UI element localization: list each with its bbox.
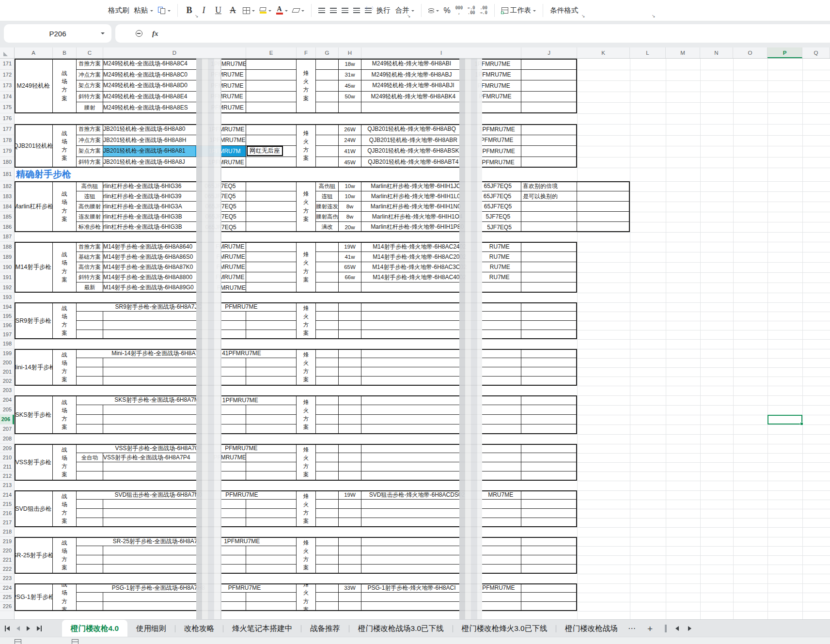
- cell-price[interactable]: [339, 546, 361, 555]
- cell-note[interactable]: [521, 349, 577, 358]
- weapon-name-cell[interactable]: VSS射手步枪: [15, 444, 53, 481]
- cell-fire-code[interactable]: [361, 565, 521, 574]
- cell-price[interactable]: [339, 377, 361, 386]
- row-header-201[interactable]: 201: [0, 367, 14, 377]
- cell-fire-label[interactable]: [316, 471, 339, 481]
- cell-empty[interactable]: [246, 377, 297, 386]
- cell-price[interactable]: [339, 593, 361, 602]
- cell-price[interactable]: [339, 349, 361, 358]
- row-header-191[interactable]: 191: [0, 272, 14, 283]
- cell-price[interactable]: 65W: [339, 262, 361, 272]
- dialog-launcher-icon[interactable]: ↘: [407, 14, 411, 18]
- cell-note[interactable]: [521, 395, 577, 405]
- battle-plan-label-cell[interactable]: 战 场 方 案: [53, 490, 77, 527]
- cell-fire-code[interactable]: M249轻机枪-烽火地带-6H8ABI1PFMRU7ME: [361, 59, 521, 70]
- row-header-180[interactable]: 180: [0, 157, 14, 168]
- cell-note[interactable]: [521, 415, 577, 424]
- battle-plan-label-cell[interactable]: 战 场 方 案: [53, 395, 77, 434]
- cell-plan-label[interactable]: 高倍方案: [77, 262, 103, 272]
- cell-price[interactable]: [339, 321, 361, 330]
- fire-plan-label-cell[interactable]: 烽 火 方 案: [297, 395, 316, 434]
- cell-note[interactable]: [521, 518, 577, 527]
- cell-fire-label[interactable]: [316, 602, 339, 611]
- fire-plan-label-cell[interactable]: 烽 火 方 案: [297, 59, 316, 113]
- cell-plan-label[interactable]: [77, 415, 103, 424]
- cell-price[interactable]: [339, 330, 361, 339]
- column-header-H[interactable]: H: [339, 47, 361, 58]
- cell-empty[interactable]: [246, 415, 297, 424]
- cell-empty[interactable]: [246, 330, 297, 339]
- column-header-Q[interactable]: Q: [802, 47, 830, 58]
- row-header-207[interactable]: 207: [0, 424, 14, 434]
- cell-build-code[interactable]: [103, 424, 246, 434]
- cell-note[interactable]: [521, 302, 577, 312]
- cell-build-code[interactable]: [103, 593, 246, 602]
- cell-price[interactable]: 20w: [339, 222, 361, 232]
- cell-build-code[interactable]: [103, 415, 246, 424]
- fill-color-button[interactable]: [257, 5, 274, 16]
- indent-button[interactable]: 〈〉: [362, 6, 374, 15]
- column-header-D[interactable]: D: [103, 47, 246, 58]
- cell-fire-label[interactable]: [316, 124, 339, 135]
- cell-fire-label[interactable]: [316, 349, 339, 358]
- column-header-E[interactable]: E: [246, 47, 297, 58]
- cell-empty[interactable]: [246, 92, 297, 103]
- sheet-tab-6[interactable]: 橙门楼改枪战场3.0已下线: [349, 620, 453, 637]
- cell-plan-label[interactable]: [77, 509, 103, 518]
- cell-price[interactable]: 45W: [339, 157, 361, 168]
- cell-note[interactable]: [521, 444, 577, 453]
- row-header-177[interactable]: 177: [0, 124, 14, 135]
- cell-plan-label[interactable]: 架点方案: [77, 80, 103, 92]
- cell-fire-label[interactable]: [316, 415, 339, 424]
- cell-fire-code[interactable]: QJB201轻机枪-烽火地带-6H8ABT4PFMRU7ME: [361, 157, 521, 168]
- cell-empty[interactable]: [246, 157, 297, 168]
- column-header-G[interactable]: G: [316, 47, 339, 58]
- row-header-197[interactable]: 197: [0, 330, 14, 339]
- cell-note[interactable]: [521, 222, 577, 232]
- row-header-202[interactable]: 202: [0, 377, 14, 386]
- cell-fire-label[interactable]: [316, 546, 339, 555]
- cell-empty[interactable]: [246, 59, 297, 70]
- cell-empty[interactable]: [246, 518, 297, 527]
- cell-plan-label[interactable]: 斜特方案: [77, 92, 103, 103]
- scroll-right-button[interactable]: [688, 626, 691, 631]
- cell-fire-code[interactable]: [361, 102, 521, 113]
- cell-build-code[interactable]: [103, 462, 246, 471]
- cell-plan-label[interactable]: 首推方案: [77, 124, 103, 135]
- sheet-tab-1[interactable]: 橙门楼改枪4.0: [62, 620, 127, 637]
- cell-plan-label[interactable]: [77, 593, 103, 602]
- cell-build-code[interactable]: [103, 546, 246, 555]
- cell-empty[interactable]: [246, 252, 297, 262]
- cell-build-code-selected[interactable]: JB201轻机枪-全面战场-6H8A811PFMRU7M: [103, 146, 246, 157]
- cell-build-code[interactable]: rlin杠杆步枪-全面战场-6HIG36065JF7EQ5: [103, 181, 246, 191]
- cell-price[interactable]: 18w: [339, 59, 361, 70]
- cell-plan-label[interactable]: 斜特方案: [77, 272, 103, 283]
- zoom-icon[interactable]: [136, 30, 142, 37]
- cell-empty[interactable]: [246, 321, 297, 330]
- cell-note[interactable]: 是可以换别的: [521, 191, 577, 202]
- cell-fire-code[interactable]: [361, 424, 521, 434]
- cell-build-code[interactable]: rlin杠杆步枪-全面战场-6HIG3A065JF7EQ5: [103, 202, 246, 212]
- cell-build-code[interactable]: M14射手步枪-全面战场-6H8A87K0FMRU7ME: [103, 262, 246, 272]
- sheet-tab-2[interactable]: 使用细则: [127, 620, 175, 637]
- align-middle-button[interactable]: [328, 6, 339, 15]
- cell-fire-label[interactable]: [316, 312, 339, 321]
- cell-empty[interactable]: [246, 102, 297, 113]
- cell-price[interactable]: [339, 302, 361, 312]
- cell-fire-label[interactable]: [316, 424, 339, 434]
- cell-plan-label[interactable]: [77, 405, 103, 415]
- cell-plan-label[interactable]: [77, 424, 103, 434]
- cell-plan-label[interactable]: 高伤腰射: [77, 202, 103, 212]
- cell-fire-label[interactable]: [316, 405, 339, 415]
- cell-build-code[interactable]: [103, 367, 246, 377]
- scroll-left-button[interactable]: [675, 626, 679, 631]
- column-header-B[interactable]: B: [53, 47, 77, 58]
- row-header-173[interactable]: 173: [0, 80, 14, 92]
- cell-price[interactable]: [339, 537, 361, 546]
- cell-note[interactable]: [521, 272, 577, 283]
- row-header-194[interactable]: 194: [0, 302, 14, 312]
- row-header-209[interactable]: 209: [0, 444, 14, 453]
- cell-fire-label[interactable]: [316, 242, 339, 252]
- row-header-187[interactable]: 187: [0, 232, 14, 242]
- cell-fire-code[interactable]: M249轻机枪-烽火地带-6H8ABK4PFMRU7ME: [361, 92, 521, 103]
